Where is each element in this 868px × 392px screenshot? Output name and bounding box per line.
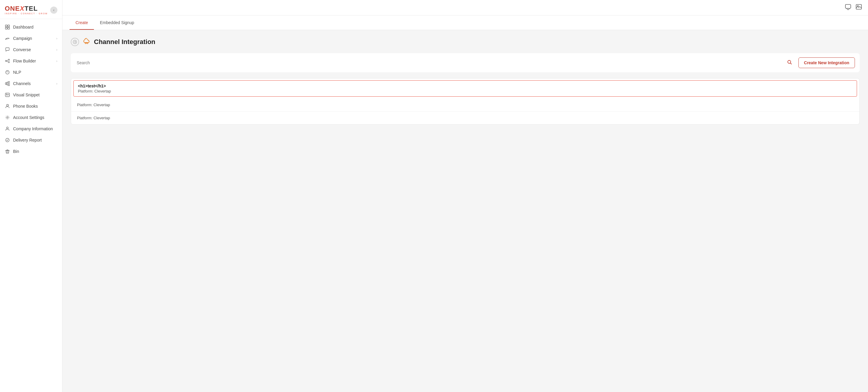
sidebar-item-dashboard[interactable]: Dashboard [0, 22, 62, 33]
logo-one: ONE [5, 5, 20, 12]
sidebar-item-label-delivery-report: Delivery Report [13, 138, 42, 143]
tab-create[interactable]: Create [69, 16, 94, 30]
company-information-icon [5, 126, 10, 131]
chat-icon[interactable] [845, 4, 851, 11]
search-wrapper [75, 59, 794, 66]
svg-rect-1 [8, 25, 9, 27]
flow-builder-chevron-icon: › [56, 59, 57, 63]
content-area: Channel Integration Create New Integrati… [62, 30, 868, 392]
logo-tagline: INSPIRE · CONNECT · GROW [5, 12, 48, 14]
tab-embedded-signup[interactable]: Embedded Signup [94, 16, 140, 30]
channel-integration-icon [83, 37, 90, 47]
sidebar: ONEXTEL INSPIRE · CONNECT · GROW ‹ Dashb… [0, 0, 62, 392]
sidebar-item-label-phone-books: Phone Books [13, 104, 38, 109]
logo-tel: TEL [24, 5, 38, 12]
integration-platform: Platform: Clevertap [78, 89, 852, 93]
logo-x: X [20, 5, 25, 12]
svg-point-13 [6, 104, 8, 106]
sidebar-item-bin[interactable]: Bin [0, 146, 62, 157]
delivery-report-icon [5, 138, 10, 143]
svg-point-4 [5, 60, 6, 62]
svg-point-14 [7, 117, 8, 118]
sidebar-item-campaign[interactable]: Campaign › [0, 33, 62, 44]
page-body: Channel Integration Create New Integrati… [62, 30, 868, 132]
campaign-chevron-icon: › [56, 37, 57, 40]
top-bar [62, 0, 868, 16]
svg-point-5 [8, 59, 9, 60]
sidebar-item-company-information[interactable]: Company Information [0, 123, 62, 134]
converse-chevron-icon: › [56, 48, 57, 52]
bin-icon [5, 149, 10, 154]
svg-rect-17 [845, 4, 851, 8]
search-icon[interactable] [787, 60, 792, 66]
sidebar-item-phone-books[interactable]: Phone Books [0, 100, 62, 112]
logo-area: ONEXTEL INSPIRE · CONNECT · GROW ‹ [0, 0, 62, 19]
sidebar-item-label-company-information: Company Information [13, 126, 53, 131]
page-title: Channel Integration [94, 38, 155, 46]
account-settings-icon [5, 115, 10, 120]
sidebar-item-visual-snippet[interactable]: Visual Snippet [0, 89, 62, 100]
sidebar-item-nlp[interactable]: NLP [0, 67, 62, 78]
sidebar-item-label-converse: Converse [13, 47, 31, 52]
integration-platform: Platform: Clevertap [77, 102, 854, 107]
sidebar-item-channels[interactable]: Channels › [0, 78, 62, 89]
integration-item[interactable]: Platform: Clevertap [71, 98, 859, 112]
logo: ONEXTEL INSPIRE · CONNECT · GROW [5, 5, 48, 14]
svg-rect-10 [8, 82, 9, 86]
page-header: Channel Integration [71, 37, 860, 47]
svg-point-6 [8, 62, 9, 63]
integration-item[interactable]: Platform: Clevertap [71, 112, 859, 124]
svg-point-16 [6, 138, 9, 142]
channels-chevron-icon: › [56, 82, 57, 85]
sidebar-item-label-bin: Bin [13, 149, 19, 154]
sidebar-item-label-nlp: NLP [13, 70, 21, 74]
integration-name: <h1>test</h1> [78, 84, 852, 88]
svg-point-12 [6, 94, 7, 95]
svg-rect-18 [856, 4, 862, 9]
svg-point-7 [6, 70, 9, 74]
flow-builder-icon [5, 58, 10, 64]
svg-rect-3 [8, 27, 9, 29]
image-icon[interactable] [856, 4, 862, 11]
nlp-icon [5, 69, 10, 75]
sidebar-item-delivery-report[interactable]: Delivery Report [0, 134, 62, 146]
phone-books-icon [5, 103, 10, 109]
main-content: Create Embedded Signup C [62, 0, 868, 392]
sidebar-item-label-visual-snippet: Visual Snippet [13, 92, 39, 97]
channels-icon [5, 81, 10, 86]
svg-rect-9 [7, 82, 8, 85]
search-input[interactable] [75, 59, 794, 66]
svg-point-15 [6, 127, 8, 129]
search-action-row: Create New Integration [71, 53, 860, 72]
tabs-bar: Create Embedded Signup [62, 16, 868, 30]
logo-wordmark: ONEXTEL [5, 5, 38, 12]
sidebar-item-label-flow-builder: Flow Builder [13, 59, 36, 63]
integration-list: <h1>test</h1> Platform: Clevertap Platfo… [71, 78, 860, 125]
back-button[interactable] [71, 38, 79, 46]
sidebar-item-label-dashboard: Dashboard [13, 25, 34, 29]
svg-rect-0 [5, 25, 7, 27]
sidebar-item-label-campaign: Campaign [13, 36, 32, 41]
sidebar-nav: Dashboard Campaign › Converse › [0, 19, 62, 392]
integration-platform: Platform: Clevertap [77, 116, 854, 120]
dashboard-icon [5, 24, 10, 30]
sidebar-item-flow-builder[interactable]: Flow Builder › [0, 55, 62, 67]
svg-rect-8 [5, 83, 6, 85]
sidebar-item-account-settings[interactable]: Account Settings [0, 112, 62, 123]
svg-rect-2 [5, 27, 7, 29]
integration-item[interactable]: <h1>test</h1> Platform: Clevertap [73, 80, 857, 97]
converse-icon [5, 47, 10, 52]
sidebar-item-label-account-settings: Account Settings [13, 115, 44, 120]
sidebar-item-converse[interactable]: Converse › [0, 44, 62, 55]
create-new-integration-button[interactable]: Create New Integration [799, 57, 855, 68]
visual-snippet-icon [5, 92, 10, 97]
collapse-button[interactable]: ‹ [50, 6, 57, 14]
campaign-icon [5, 36, 10, 41]
sidebar-item-label-channels: Channels [13, 81, 31, 86]
